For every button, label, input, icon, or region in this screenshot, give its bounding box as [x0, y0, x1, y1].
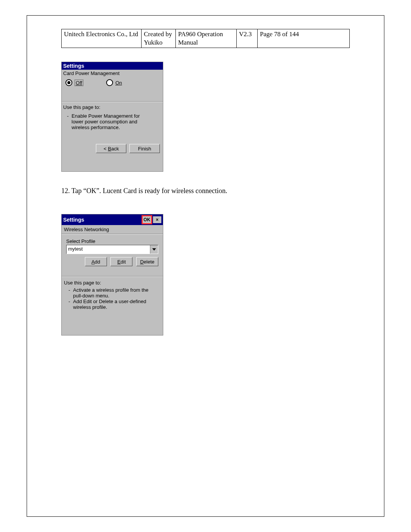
dialog2-use-this: Use this page to:	[64, 280, 159, 286]
radio-on[interactable]: On	[106, 79, 122, 86]
dialog1-titlebar: Settings	[62, 62, 163, 70]
radio-on-icon	[106, 79, 113, 86]
dialog2-titlebar: Settings OK ×	[62, 214, 163, 225]
svg-marker-0	[152, 248, 156, 251]
hdr-page: Page 78 of 144	[258, 29, 350, 48]
dialog2-subtitle: Wireless Networking	[62, 225, 163, 234]
document-header-table: Unitech Electronics Co., Ltd Created by …	[61, 29, 350, 48]
hdr-manual: PA960 Operation Manual	[176, 29, 237, 48]
radio-off-label: Off	[76, 80, 82, 86]
hdr-version: V2.3	[237, 29, 258, 48]
radio-on-label: On	[115, 80, 122, 86]
document-frame: Unitech Electronics Co., Ltd Created by …	[27, 15, 384, 517]
dialog1-title: Settings	[63, 63, 84, 69]
add-button[interactable]: Add	[85, 257, 107, 266]
dialog1-use-this: Use this page to:	[63, 104, 159, 110]
back-button[interactable]: < Back	[96, 144, 126, 153]
profile-select[interactable]: mytest	[66, 245, 158, 254]
step-12-text: 12. Tap “OK”. Lucent Card is ready for w…	[61, 187, 350, 195]
dialog1-subtitle: Card Power Management	[62, 70, 163, 76]
dialog2-title: Settings	[63, 217, 84, 223]
radio-off[interactable]: Off	[65, 79, 83, 86]
select-profile-label: Select Profile	[66, 238, 158, 244]
dialog2-bullet2: Add Edit or Delete a user-defined wirele…	[68, 299, 155, 310]
hdr-created: Created by Yukiko	[142, 29, 176, 48]
hdr-company: Unitech Electronics Co., Ltd	[62, 29, 142, 48]
delete-button[interactable]: Delete	[136, 257, 158, 266]
chevron-down-icon[interactable]	[150, 245, 158, 254]
profile-select-value: mytest	[67, 245, 150, 254]
close-icon[interactable]: ×	[153, 216, 161, 223]
settings-dialog-wireless: Settings OK × Wireless Networking Select…	[61, 214, 163, 335]
ok-button[interactable]: OK	[142, 215, 152, 224]
finish-button[interactable]: Finish	[129, 144, 160, 153]
dialog2-bullet1: Activate a wireless profile from the pul…	[68, 287, 155, 299]
dialog1-bullet1: Enable Power Management for lower power …	[66, 113, 150, 130]
settings-dialog-power: Settings Card Power Management Off On Us…	[61, 62, 163, 172]
radio-off-icon	[65, 79, 72, 86]
edit-button[interactable]: Edit	[110, 257, 132, 266]
